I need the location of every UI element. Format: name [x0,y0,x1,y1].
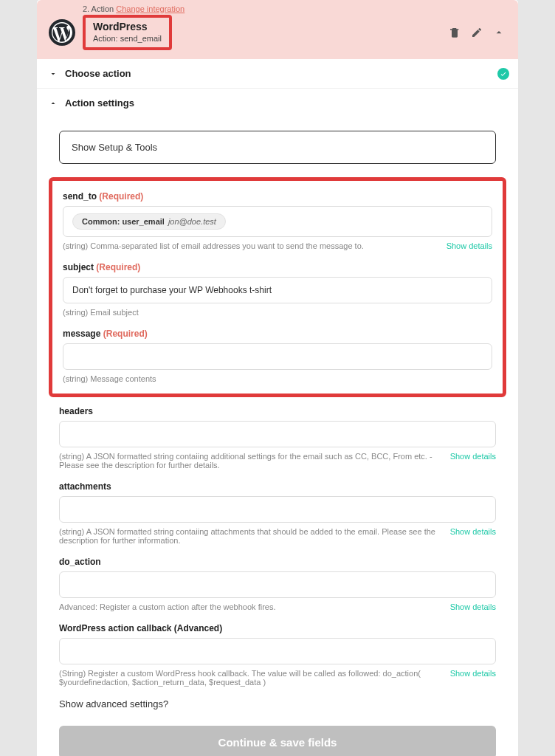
field-message: message (Required) (string) Message cont… [63,329,492,383]
send-to-label: send_to [63,191,97,202]
send-to-hint: (string) Comma-separated list of email a… [63,241,364,250]
do-action-hint: Advanced: Register a custom action after… [59,602,276,611]
integration-action: Action: send_email [93,34,162,43]
field-attachments: attachments (string) A JSON formatted st… [59,481,496,545]
attachments-label: attachments [59,481,111,492]
do-action-details-link[interactable]: Show details [450,602,496,611]
message-input[interactable] [63,343,492,370]
headers-details-link[interactable]: Show details [450,452,496,470]
field-send-to: send_to (Required) Common: user_email jo… [63,191,492,250]
field-headers: headers (string) A JSON formatted string… [59,406,496,470]
callback-label: WordPress action callback (Advanced) [59,623,222,633]
action-settings-section[interactable]: Action settings [37,89,518,117]
choose-action-section[interactable]: Choose action [37,59,518,89]
required-fields-highlight: send_to (Required) Common: user_email jo… [49,177,506,397]
field-callback: WordPress action callback (Advanced) (St… [59,623,496,687]
required-marker: (Required) [99,191,143,202]
chevron-down-icon [49,69,58,78]
email-pill[interactable]: Common: user_email jon@doe.test [72,213,226,230]
required-marker: (Required) [96,262,140,272]
do-action-input[interactable] [59,571,496,598]
continue-save-button[interactable]: Continue & save fields [59,726,496,756]
send-to-details-link[interactable]: Show details [447,241,492,250]
headers-input[interactable] [59,421,496,447]
subject-label: subject [63,262,94,272]
field-subject: subject (Required) Don't forget to purch… [63,262,492,317]
step-label: 2. Action [83,4,114,13]
pill-key: Common: user_email [82,217,165,226]
message-label: message [63,329,100,339]
action-settings-label: Action settings [65,97,134,109]
change-integration-link[interactable]: Change integration [116,4,185,13]
callback-input[interactable] [59,638,496,664]
pill-value: jon@doe.test [168,217,216,226]
delete-icon[interactable] [449,27,461,38]
subject-input[interactable]: Don't forget to purchase your WP Webhook… [63,277,492,303]
integration-name: WordPress [93,21,162,32]
wordpress-logo-icon [49,19,75,46]
attachments-input[interactable] [59,496,496,523]
show-setup-tools-button[interactable]: Show Setup & Tools [59,131,496,164]
attachments-details-link[interactable]: Show details [450,527,496,545]
attachments-hint: (string) A JSON formatted string contaii… [59,527,441,545]
field-do-action: do_action Advanced: Register a custom ac… [59,557,496,611]
action-settings-body: Show Setup & Tools send_to (Required) Co… [37,117,518,756]
send-to-input[interactable]: Common: user_email jon@doe.test [63,206,492,237]
chevron-up-icon [49,99,58,108]
subject-value: Don't forget to purchase your WP Webhook… [72,285,272,295]
check-complete-icon [497,68,509,80]
required-marker: (Required) [103,329,148,339]
message-hint: (string) Message contents [63,374,156,383]
choose-action-label: Choose action [65,68,131,79]
headers-hint: (string) A JSON formatted string contaii… [59,452,441,470]
step-indicator: 2. Action Change integration [83,4,506,13]
collapse-icon[interactable] [493,27,505,38]
do-action-label: do_action [59,557,101,567]
callback-details-link[interactable]: Show details [450,669,496,687]
integration-title-box: WordPress Action: send_email [83,15,172,50]
show-advanced-settings-link[interactable]: Show advanced settings? [59,698,496,709]
headers-label: headers [59,406,93,416]
action-header: 2. Action Change integration WordPress A… [37,0,518,59]
callback-hint: (String) Register a custom WordPress hoo… [59,669,441,687]
edit-icon[interactable] [471,27,483,38]
subject-hint: (string) Email subject [63,308,139,317]
